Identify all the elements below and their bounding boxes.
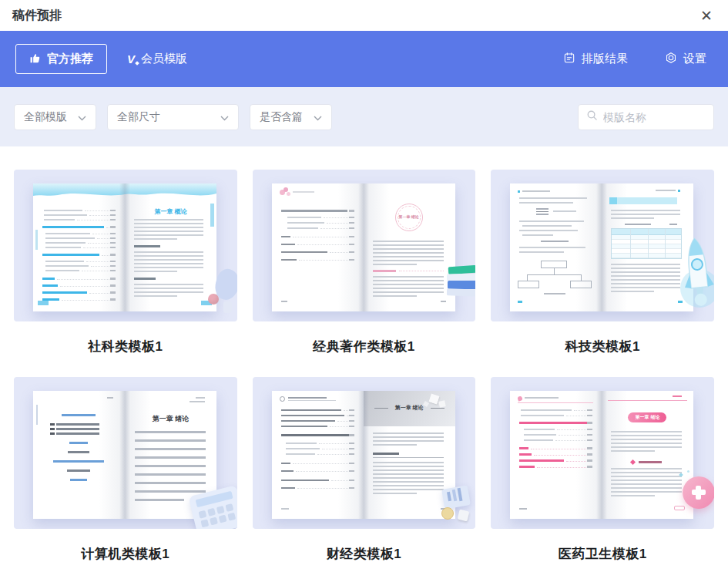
chevron-down-icon xyxy=(220,111,229,123)
filter-bar: 全部模版 全部尺寸 是否含篇 xyxy=(0,87,728,146)
book-spread xyxy=(510,183,693,311)
book-left-page xyxy=(510,391,602,519)
book-spread: 第一章 概论 xyxy=(33,183,216,311)
template-preview[interactable]: 第一章 绪论 xyxy=(14,377,237,529)
template-name: 经典著作类模板1 xyxy=(253,338,476,355)
book-left-page xyxy=(272,391,364,519)
preview-heading: 第一章 绪论 xyxy=(396,214,422,219)
tab-official-label: 官方推荐 xyxy=(47,52,93,66)
decor-calculator xyxy=(190,487,237,529)
decor-finance-3d xyxy=(438,483,475,526)
decor-rocket xyxy=(676,237,714,311)
dropdown-template-type[interactable]: 全部模版 xyxy=(14,104,96,130)
dialog-title-bar: 稿件预排 ✕ xyxy=(0,0,728,31)
template-preview[interactable]: 第一章 绪论 xyxy=(253,377,476,529)
gear-icon xyxy=(665,52,677,66)
preview-heading: 第一章 绪论 xyxy=(628,412,666,422)
settings-button[interactable]: 设置 xyxy=(665,52,706,66)
preview-table xyxy=(611,228,682,259)
dialog-title: 稿件预排 xyxy=(12,8,62,24)
template-card[interactable]: 第一章 绪论经典著作类模板1 xyxy=(253,170,476,355)
template-name: 财经类模板1 xyxy=(253,545,476,562)
clipboard-icon xyxy=(563,52,575,66)
dropdown-page-size[interactable]: 全部尺寸 xyxy=(107,104,239,130)
template-preview[interactable]: 第一章 绪论 xyxy=(491,377,714,529)
template-preview[interactable]: 第一章 绪论 xyxy=(253,170,476,321)
template-grid: 第一章 概论社科类模板1第一章 绪论经典著作类模板1科技类模板1第一章 绪论计算… xyxy=(0,146,728,562)
chapter-seal: 第一章 绪论 xyxy=(395,204,423,231)
chapter-pill: 第一章 绪论 xyxy=(628,412,666,422)
decor-medical-cross xyxy=(679,473,714,512)
decor-book-stack xyxy=(447,266,475,300)
template-preview[interactable] xyxy=(491,170,714,321)
close-icon[interactable]: ✕ xyxy=(697,7,716,25)
book-right-page: 第一章 绪论 xyxy=(364,183,455,311)
book-left-page xyxy=(33,391,125,519)
book-spread: 第一章 绪论 xyxy=(272,391,455,519)
wave-band xyxy=(33,183,216,204)
template-search xyxy=(578,104,714,130)
template-card[interactable]: 科技类模板1 xyxy=(491,170,714,355)
template-preview[interactable]: 第一章 概论 xyxy=(14,170,237,321)
dropdown-page-size-value: 全部尺寸 xyxy=(117,110,160,124)
template-name: 社科类模板1 xyxy=(14,338,237,355)
tab-official-recommend[interactable]: 官方推荐 xyxy=(15,44,107,74)
book-left-page xyxy=(510,183,602,311)
book-left-page xyxy=(272,183,364,311)
template-name: 医药卫生模板1 xyxy=(491,545,714,562)
dropdown-template-type-value: 全部模版 xyxy=(24,110,67,124)
vip-icon: V xyxy=(127,52,135,66)
preview-heading: 第一章 绪论 xyxy=(125,414,216,424)
template-card[interactable]: 第一章 绪论医药卫生模板1 xyxy=(491,377,714,562)
template-name: 科技类模板1 xyxy=(491,338,714,355)
toolbar: 官方推荐 V 会员模版 排版结果 设置 xyxy=(0,31,728,87)
dropdown-has-chapter-value: 是否含篇 xyxy=(260,110,303,124)
decor-3d-shapes xyxy=(206,264,237,315)
layout-result-button[interactable]: 排版结果 xyxy=(563,52,628,66)
chevron-down-icon xyxy=(314,111,322,123)
book-spread: 第一章 绪论 xyxy=(272,183,455,311)
thumbs-up-icon xyxy=(29,52,41,66)
template-card[interactable]: 第一章 绪论财经类模板1 xyxy=(253,377,476,562)
tab-member-label: 会员模版 xyxy=(141,52,187,66)
book-spread: 第一章 绪论 xyxy=(510,391,693,519)
search-input[interactable] xyxy=(603,111,706,123)
dropdown-has-chapter[interactable]: 是否含篇 xyxy=(250,104,332,130)
template-name: 计算机类模板1 xyxy=(14,545,237,562)
search-icon xyxy=(586,109,598,124)
template-card[interactable]: 第一章 绪论计算机类模板1 xyxy=(14,377,237,562)
settings-label: 设置 xyxy=(683,52,706,66)
preview-heading: 第一章 概论 xyxy=(125,207,216,216)
chevron-down-icon xyxy=(78,111,86,123)
template-card[interactable]: 第一章 概论社科类模板1 xyxy=(14,170,237,355)
tab-member-template[interactable]: V 会员模版 xyxy=(127,52,187,66)
layout-result-label: 排版结果 xyxy=(582,52,628,66)
